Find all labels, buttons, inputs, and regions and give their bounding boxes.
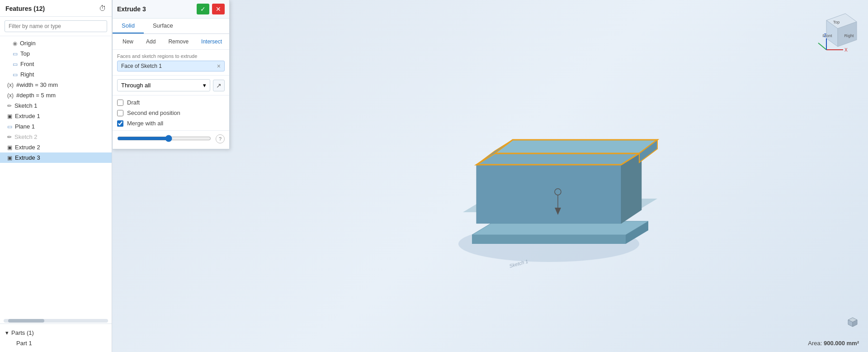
scrollbar[interactable] bbox=[4, 319, 108, 323]
cancel-button[interactable]: ✕ bbox=[212, 4, 225, 14]
origin-icon: ◉ bbox=[13, 40, 17, 47]
face-section: Faces and sketch regions to extrude Face… bbox=[113, 50, 229, 76]
plane-icon: ▭ bbox=[13, 51, 18, 57]
extent-select[interactable]: Through all ▾ bbox=[117, 79, 210, 91]
checkbox-label: Merge with all bbox=[127, 120, 163, 127]
sketch-icon: ✏ bbox=[7, 103, 12, 109]
parts-title: Parts (1) bbox=[11, 329, 34, 336]
operation-bar: NewAddRemoveIntersect bbox=[113, 34, 229, 50]
tree-item-extrude3[interactable]: ▣Extrude 3 bbox=[0, 152, 112, 163]
area-value: 900.000 mm² bbox=[824, 340, 859, 347]
tree-item-label: Origin bbox=[20, 40, 36, 47]
search-input[interactable] bbox=[5, 20, 107, 32]
parts-items: Part 1 bbox=[5, 338, 106, 348]
chevron-down-icon: ▾ bbox=[5, 329, 9, 336]
face-label: Faces and sketch regions to extrude bbox=[117, 53, 225, 59]
sketch-icon: ✏ bbox=[7, 134, 12, 140]
features-panel: Features (12) ⏱ ◉Origin▭Top▭Front▭Right(… bbox=[0, 0, 112, 352]
svg-marker-6 bbox=[476, 165, 621, 224]
tab-solid[interactable]: Solid bbox=[113, 19, 144, 33]
flip-button[interactable]: ↗ bbox=[213, 80, 225, 91]
parts-header[interactable]: ▾ Parts (1) bbox=[5, 328, 106, 338]
svg-marker-9 bbox=[495, 140, 657, 153]
extrude-icon: ▣ bbox=[7, 113, 12, 119]
var-icon: (x) bbox=[7, 82, 14, 88]
display-options-button[interactable] bbox=[846, 315, 859, 329]
checkbox-row-merge-with-all: Merge with all bbox=[117, 120, 225, 127]
tree-item-origin[interactable]: ◉Origin bbox=[0, 38, 112, 48]
slider-container[interactable] bbox=[117, 135, 211, 143]
tree-item-label: Top bbox=[20, 50, 30, 57]
tree-item-label: Sketch 2 bbox=[14, 133, 38, 140]
parts-item[interactable]: Part 1 bbox=[5, 338, 106, 348]
op-btn-remove[interactable]: Remove bbox=[163, 37, 194, 47]
face-value: Face of Sketch 1 bbox=[121, 63, 162, 69]
svg-text:Z: Z bbox=[824, 33, 826, 38]
checkbox-label: Second end position bbox=[127, 109, 180, 116]
checkbox-row-draft: Draft bbox=[117, 99, 225, 106]
tree-item-width[interactable]: (x)#width = 30 mm bbox=[0, 80, 112, 90]
checkbox-merge-with-all[interactable] bbox=[117, 120, 123, 127]
scrollbar-thumb[interactable] bbox=[8, 319, 44, 323]
confirm-button[interactable]: ✓ bbox=[197, 4, 209, 14]
extrude-icon: ▣ bbox=[7, 155, 12, 161]
slider-section: ? bbox=[113, 131, 229, 149]
svg-text:Right: Right bbox=[844, 33, 854, 38]
face-chip[interactable]: Face of Sketch 1 × bbox=[117, 61, 225, 71]
options-section: DraftSecond end positionMerge with all bbox=[113, 95, 229, 131]
tree-item-front[interactable]: ▭Front bbox=[0, 59, 112, 69]
history-icon[interactable]: ⏱ bbox=[99, 5, 106, 13]
op-btn-add[interactable]: Add bbox=[141, 37, 161, 47]
svg-marker-8 bbox=[476, 153, 639, 165]
extent-label: Through all bbox=[121, 82, 151, 89]
tree-item-extrude1[interactable]: ▣Extrude 1 bbox=[0, 111, 112, 121]
cube-display-icon bbox=[846, 315, 859, 328]
area-info: Area: 900.000 mm² bbox=[808, 340, 859, 347]
tree-item-label: Extrude 3 bbox=[15, 154, 40, 161]
extrude-actions: ✓ ✕ bbox=[197, 4, 225, 14]
checkbox-draft[interactable] bbox=[117, 100, 123, 106]
panel-header: Features (12) ⏱ bbox=[0, 0, 112, 17]
plane-icon: ▭ bbox=[13, 71, 18, 78]
tree-item-label: #width = 30 mm bbox=[16, 81, 58, 88]
tab-bar: SolidSurface bbox=[113, 19, 229, 34]
tree-item-label: Right bbox=[20, 71, 34, 78]
close-icon[interactable]: × bbox=[217, 63, 221, 69]
tree-item-label: Sketch 1 bbox=[14, 102, 38, 109]
tab-surface[interactable]: Surface bbox=[144, 19, 182, 33]
tree-item-label: Extrude 2 bbox=[15, 144, 40, 151]
3d-shape: Sketch 1 bbox=[427, 81, 680, 271]
tree-item-top[interactable]: ▭Top bbox=[0, 48, 112, 59]
tree-item-depth[interactable]: (x)#depth = 5 mm bbox=[0, 90, 112, 100]
svg-line-24 bbox=[818, 43, 826, 50]
tree-item-sketch1[interactable]: ✏Sketch 1 bbox=[0, 100, 112, 111]
extrude-icon: ▣ bbox=[7, 144, 12, 151]
feature-tree: ◉Origin▭Top▭Front▭Right(x)#width = 30 mm… bbox=[0, 36, 112, 318]
tree-item-label: Front bbox=[20, 61, 34, 67]
panel-title: Features (12) bbox=[5, 5, 45, 12]
view-cube-area: Top Front Right X Z bbox=[814, 9, 859, 60]
op-btn-new[interactable]: New bbox=[117, 37, 139, 47]
viewport-area[interactable]: Extrude 3 ✓ ✕ SolidSurface NewAddRemoveI… bbox=[112, 0, 868, 352]
help-icon[interactable]: ? bbox=[216, 134, 225, 143]
depth-slider[interactable] bbox=[117, 135, 211, 142]
plane-icon: ▭ bbox=[13, 61, 18, 67]
tree-item-sketch2[interactable]: ✏Sketch 2 bbox=[0, 132, 112, 142]
view-cube[interactable]: Top Front Right X Z bbox=[814, 9, 859, 59]
checkbox-second-end-position[interactable] bbox=[117, 110, 123, 116]
tree-item-label: Extrude 1 bbox=[15, 113, 40, 119]
chevron-down-icon: ▾ bbox=[203, 82, 206, 89]
checkbox-row-second-end-position: Second end position bbox=[117, 109, 225, 116]
tree-item-right[interactable]: ▭Right bbox=[0, 69, 112, 80]
svg-text:X: X bbox=[844, 48, 848, 52]
extrude-panel-title: Extrude 3 bbox=[117, 5, 146, 13]
extrude-panel: Extrude 3 ✓ ✕ SolidSurface NewAddRemoveI… bbox=[112, 0, 230, 149]
tree-item-plane1[interactable]: ▭Plane 1 bbox=[0, 121, 112, 132]
op-btn-intersect[interactable]: Intersect bbox=[196, 37, 227, 47]
extrude-header: Extrude 3 ✓ ✕ bbox=[113, 0, 229, 19]
tree-item-extrude2[interactable]: ▣Extrude 2 bbox=[0, 142, 112, 152]
tree-item-label: Plane 1 bbox=[15, 123, 35, 130]
parts-section: ▾ Parts (1) Part 1 bbox=[0, 323, 112, 352]
search-box bbox=[0, 17, 112, 36]
svg-marker-3 bbox=[472, 235, 626, 244]
